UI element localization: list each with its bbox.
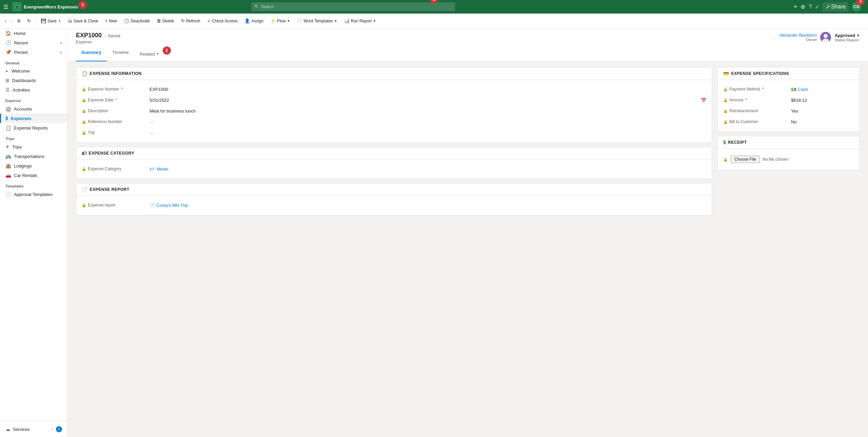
sidebar-item-home[interactable]: 🏠 Home — [0, 28, 67, 38]
lock-icon-6: 🔒 — [82, 167, 86, 171]
run-report-button[interactable]: 📊 Run Report ▼ — [341, 17, 379, 25]
sidebar-item-approval-templates[interactable]: 📄 Approval Templates — [0, 190, 67, 199]
approval-templates-icon: 📄 — [5, 192, 11, 197]
sidebar-label-dashboards: Dashboards — [12, 78, 36, 83]
save-icon: 💾 — [41, 18, 46, 23]
run-report-dropdown-icon[interactable]: ▼ — [373, 19, 376, 23]
save-close-label: Save & Close — [74, 19, 98, 23]
check-access-button[interactable]: ✓ Check Access — [204, 17, 240, 25]
search-bar: 🔍 — [252, 2, 455, 11]
copy-button[interactable]: ⧉ — [15, 17, 23, 25]
sidebar-item-welcome[interactable]: ► Welcome — [0, 66, 67, 76]
sidebar-label-lodgings: Lodgings — [14, 163, 32, 168]
expense-report-value[interactable]: 📄 Corey's MN Trip — [150, 202, 706, 208]
field-expense-date: 🔒 Expense Date * 5/31/2022 📅 — [82, 95, 706, 106]
expense-category-icon: 🏷 — [82, 151, 87, 156]
owner-avatar — [820, 32, 831, 43]
sidebar-label-expenses: Expenses — [11, 116, 32, 121]
accounts-icon: 🏢 — [5, 106, 11, 112]
reimbursement-label: 🔒 Reimbursement — [723, 108, 791, 113]
sidebar-item-expenses[interactable]: $ Expenses — [0, 114, 67, 123]
sidebar-item-recent[interactable]: 🕐 Recent ∨ — [0, 38, 67, 47]
field-reimbursement: 🔒 Reimbursement Yes — [723, 106, 854, 117]
sidebar-bottom: ☁ Services › 5 — [0, 421, 67, 437]
expense-specs-card: 💳 EXPENSE SPECIFICATIONS 🔒 Payment Metho… — [717, 67, 860, 132]
save-close-button[interactable]: 🗂 Save & Close — [65, 17, 101, 25]
expense-category-value[interactable]: 🏷Meals — [150, 166, 706, 172]
status-label: Status Reason — [834, 38, 860, 42]
services-badge: 5 — [56, 426, 62, 432]
word-templates-icon: 📄 — [297, 18, 302, 23]
lock-icon-5: 🔒 — [82, 131, 86, 135]
tab-related[interactable]: Related ▼ 2 — [134, 47, 174, 61]
assign-label: Assign — [251, 19, 263, 23]
field-expense-category: 🔒 Expense Category 🏷Meals — [82, 164, 706, 175]
expand-icon[interactable]: ⤢ — [815, 4, 819, 9]
sidebar-item-expense-reports[interactable]: 📋 Expense Reports — [0, 123, 67, 133]
delete-button[interactable]: 🗑 Delete — [154, 17, 177, 25]
expense-reports-icon: 📋 — [5, 125, 11, 131]
refresh-nav-button[interactable]: ↻ — [24, 17, 34, 25]
lock-icon-8: 🔒 — [723, 87, 728, 92]
run-report-icon: 📊 — [344, 18, 350, 23]
hamburger-icon[interactable]: ☰ — [3, 4, 8, 10]
lodgings-icon: 🏨 — [5, 163, 11, 168]
add-icon[interactable]: + — [794, 3, 797, 11]
choose-file-button[interactable]: Choose File — [731, 156, 760, 163]
status-block[interactable]: Approved ▼ 3 Status Reason — [834, 33, 860, 42]
deactivate-button[interactable]: 📋 Deactivate — [121, 17, 153, 25]
sidebar-item-lodgings[interactable]: 🏨 Lodgings — [0, 161, 67, 171]
help-icon[interactable]: ? — [809, 4, 812, 10]
tab-summary[interactable]: Summary — [76, 47, 107, 61]
sidebar-item-car-rentals[interactable]: 🚗 Car Rentals — [0, 171, 67, 180]
save-close-icon: 🗂 — [68, 18, 72, 23]
lock-icon-3: 🔒 — [82, 109, 86, 113]
assign-button[interactable]: 👤 Assign — [242, 17, 266, 25]
tab-timeline[interactable]: Timeline — [107, 47, 134, 61]
field-bill-to-customer: 🔒 Bill to Customer No — [723, 117, 854, 127]
status-dropdown-icon[interactable]: ▼ — [856, 34, 860, 37]
new-button[interactable]: + New — [102, 17, 120, 25]
sidebar-item-dashboards[interactable]: ⊞ Dashboards — [0, 76, 67, 85]
settings-icon[interactable]: ⚙ — [801, 4, 805, 10]
forward-button[interactable]: › — [8, 17, 13, 25]
sidebar-item-accounts[interactable]: 🏢 Accounts — [0, 104, 67, 114]
field-expense-report: 🔒 Expense report 📄 Corey's MN Trip — [82, 200, 706, 211]
expense-report-body: 🔒 Expense report 📄 Corey's MN Trip — [76, 196, 712, 215]
pinned-expand-icon[interactable]: ∨ — [60, 51, 62, 54]
expense-info-icon: 📋 — [82, 71, 88, 76]
status-text: Approved — [834, 33, 855, 38]
sidebar-item-transportations[interactable]: 🚌 Transportations — [0, 152, 67, 161]
sidebar-item-trips[interactable]: ✈ Trips — [0, 142, 67, 152]
sidebar-item-pinned[interactable]: 📌 Pinned ∨ — [0, 47, 67, 57]
services-expand-icon[interactable]: › — [52, 428, 53, 431]
sidebar-item-services[interactable]: ☁ Services › 5 — [0, 424, 67, 434]
share-button[interactable]: ↗ Share — [823, 2, 848, 12]
flow-button[interactable]: ⚡ Flow ▼ — [268, 17, 293, 25]
sidebar-label-home: Home — [14, 31, 26, 36]
expense-date-label: 🔒 Expense Date * — [82, 97, 150, 102]
required-4: * — [745, 98, 747, 102]
refresh-label: Refresh — [186, 19, 200, 23]
flow-dropdown-icon[interactable]: ▼ — [287, 19, 290, 23]
expense-info-header: 📋 EXPENSE INFORMATION — [76, 67, 712, 80]
payment-method-value[interactable]: 💵 Cash — [791, 86, 854, 92]
recent-icon: 🕐 — [5, 40, 11, 45]
recent-expand-icon[interactable]: ∨ — [60, 41, 62, 45]
back-button[interactable]: ‹ — [3, 17, 8, 25]
record-header: EXP1000 - Saved Expense Alexander Blackb… — [68, 28, 868, 62]
calendar-icon[interactable]: 📅 — [701, 98, 706, 103]
word-templates-dropdown-icon[interactable]: ▼ — [334, 19, 337, 23]
related-dropdown-icon[interactable]: ▼ — [156, 52, 159, 56]
search-input[interactable] — [252, 2, 455, 11]
sidebar-item-activities[interactable]: ☰ Activities — [0, 85, 67, 95]
refresh-button[interactable]: ↻ Refresh — [178, 17, 203, 25]
annotation-2: 2 — [163, 46, 171, 55]
save-dropdown-icon[interactable]: ▼ — [58, 19, 61, 23]
owner-name[interactable]: Alexander Blackburn — [780, 33, 817, 38]
save-button[interactable]: 💾 Save ▼ 1 — [38, 17, 64, 25]
deactivate-label: Deactivate — [131, 19, 150, 23]
owner-label: Owner — [780, 38, 817, 42]
word-templates-button[interactable]: 📄 Word Templates ▼ — [294, 17, 340, 25]
lock-icon-9: 🔒 — [723, 98, 728, 102]
